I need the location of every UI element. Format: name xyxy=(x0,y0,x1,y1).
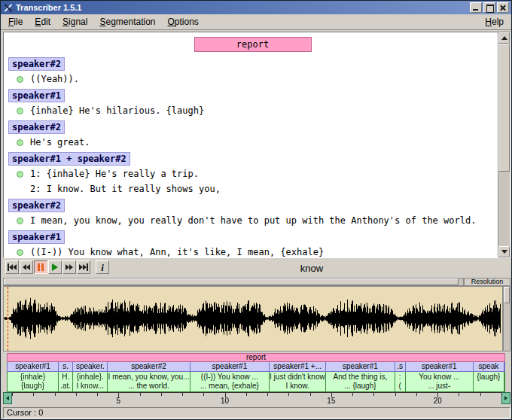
timeline-axis[interactable]: 5101520 xyxy=(12,392,501,404)
minimize-button[interactable] xyxy=(470,2,482,13)
sync-bullet-icon[interactable] xyxy=(17,171,23,178)
segment-text-line: You know ... xyxy=(406,373,473,382)
speaker-segment[interactable]: speaker#1 xyxy=(190,362,270,371)
speaker-segment-row: speaker#1s.speaker.speaker#2speaker#1spe… xyxy=(7,362,505,372)
section-report-header[interactable]: report xyxy=(194,37,312,52)
rewind-button[interactable] xyxy=(20,260,33,274)
segment-text-line: I know... xyxy=(73,382,107,391)
speaker-segment[interactable]: speaker#1 +... xyxy=(270,362,326,371)
text-segment-row: {inhale}{laugh}H..at.{inhale}.I know...I… xyxy=(7,372,505,392)
speaker-turn-label[interactable]: speaker#1 xyxy=(8,230,65,244)
sync-bullet-icon[interactable] xyxy=(17,218,23,224)
speaker-turn-label[interactable]: speaker#2 xyxy=(8,199,65,212)
sync-bullet-icon[interactable] xyxy=(17,139,23,146)
skip-end-button[interactable] xyxy=(77,260,90,274)
text-segment[interactable]: {inhale}{laugh} xyxy=(8,372,59,391)
waveform-canvas[interactable] xyxy=(4,287,501,350)
speaker-segment[interactable]: s. xyxy=(59,362,73,371)
menu-help[interactable]: Help xyxy=(479,15,510,29)
menu-edit[interactable]: Edit xyxy=(29,15,56,29)
utterance-line[interactable]: 1: {inhale} He's really a trip. xyxy=(8,166,498,181)
report-segment[interactable]: report xyxy=(8,354,504,361)
menubar: FileEditSignalSegmentationOptions Help xyxy=(1,14,511,30)
segment-text-line: {inhale}. xyxy=(73,373,107,382)
speaker-turn-label[interactable]: speaker#1 xyxy=(8,89,65,102)
waveform-hscroll-thumb[interactable] xyxy=(4,278,459,285)
scroll-down-button[interactable] xyxy=(498,246,510,257)
text-segment[interactable]: {laugh} xyxy=(474,372,504,391)
timeline-tick xyxy=(480,393,481,396)
speaker-segment[interactable]: speaker#1 xyxy=(8,362,59,371)
speaker-turn-label[interactable]: speaker#1 + speaker#2 xyxy=(8,152,130,166)
info-button[interactable]: i xyxy=(96,260,109,274)
menu-file[interactable]: File xyxy=(2,15,29,29)
sync-bullet-icon[interactable] xyxy=(17,249,23,256)
titlebar[interactable]: Transcriber 1.5.1 xyxy=(1,1,511,14)
utterance-line[interactable]: ((Yeah)). xyxy=(8,72,498,87)
skip-end-icon xyxy=(87,263,88,271)
speaker-segment[interactable]: .s xyxy=(395,362,406,371)
utterance-line[interactable]: I mean, you know, you really don't have … xyxy=(8,213,498,228)
close-button[interactable] xyxy=(497,2,509,13)
segment-text-line: ( xyxy=(395,382,405,391)
scrollbar-thumb[interactable] xyxy=(498,44,510,172)
transcript-scrollbar[interactable] xyxy=(498,32,510,257)
pause-button[interactable] xyxy=(34,260,47,274)
speaker-turn-label[interactable]: speaker#2 xyxy=(8,120,65,134)
speaker-segment[interactable]: speaker#1 xyxy=(326,362,395,371)
window-title: Transcriber 1.5.1 xyxy=(16,3,468,12)
text-segment[interactable]: You know ...... just- xyxy=(406,372,474,391)
timeline-right-button[interactable] xyxy=(501,392,510,404)
status-bar: Cursor : 0 xyxy=(3,407,510,418)
segment-text-line: {laugh} xyxy=(8,382,58,391)
resolution-label[interactable]: Resolution xyxy=(464,278,510,286)
utterance-text: 1: {inhale} He's really a trip. xyxy=(30,169,199,179)
sync-bullet-icon[interactable] xyxy=(17,76,23,83)
text-segment[interactable]: {inhale}.I know... xyxy=(73,372,108,391)
maximize-button[interactable] xyxy=(483,2,495,13)
menu-segmentation[interactable]: Segmentation xyxy=(93,15,161,29)
text-segment[interactable]: I just didn't know ...I know. xyxy=(270,372,326,391)
timeline-tick xyxy=(416,393,417,396)
skip-start-button[interactable] xyxy=(5,260,19,274)
play-button[interactable] xyxy=(48,260,62,274)
utterance-line[interactable]: He's great. xyxy=(8,135,498,150)
utterance-line[interactable]: {inhale} He's hilarious. {laugh} xyxy=(8,103,498,118)
text-segment[interactable]: And the thing is,... {laugh} xyxy=(326,372,395,391)
timeline-left-button[interactable] xyxy=(3,392,12,404)
text-segment[interactable]: ((I-)) You know ...... mean, {exhale} xyxy=(190,372,270,391)
scroll-up-button[interactable] xyxy=(498,32,510,44)
sync-bullet-icon[interactable] xyxy=(17,108,23,114)
timeline-tick xyxy=(140,393,141,396)
current-word-label: know xyxy=(114,263,510,274)
waveform-display[interactable] xyxy=(3,286,503,352)
speaker-segment[interactable]: speaker. xyxy=(73,362,108,371)
transcript-content[interactable]: report speaker#2((Yeah)).speaker#1{inhal… xyxy=(4,32,498,257)
speaker-segment[interactable]: speak xyxy=(474,362,504,371)
timeline-tick xyxy=(76,393,77,396)
segment-text-line: And the thing is, xyxy=(326,373,394,382)
speaker-segment[interactable]: speaker#2 xyxy=(108,362,190,371)
text-segment[interactable]: I mean, you know, you...... the world. xyxy=(108,372,190,391)
menu-options[interactable]: Options xyxy=(162,15,205,29)
utterance-line[interactable]: 2: I know. But it really shows you, xyxy=(8,181,498,196)
segment-text-line: I just didn't know ... xyxy=(270,373,325,382)
speaker-turn-label[interactable]: speaker#2 xyxy=(8,57,65,71)
skip-start-icon xyxy=(13,264,17,270)
forward-button[interactable] xyxy=(62,260,76,274)
utterance-line[interactable]: ((I-)) You know what, Ann, it's like, I … xyxy=(8,245,498,257)
segment-text-line: .at. xyxy=(59,382,72,391)
waveform-vscrollbar[interactable] xyxy=(503,286,510,352)
text-segment[interactable]: H..at. xyxy=(59,372,73,391)
waveform-vscroll-thumb[interactable] xyxy=(504,287,510,303)
speaker-segment[interactable]: speaker#1 xyxy=(406,362,474,371)
segment-text-line: : xyxy=(395,373,405,382)
timeline-tick xyxy=(246,393,247,396)
waveform-panel: Resolution xyxy=(3,278,510,352)
timeline-tick xyxy=(203,393,204,396)
timeline-tick xyxy=(267,393,268,396)
timeline-tick-label: 15 xyxy=(327,397,335,405)
waveform-hscrollbar[interactable] xyxy=(3,278,464,286)
text-segment[interactable]: :( xyxy=(395,372,406,391)
menu-signal[interactable]: Signal xyxy=(56,15,93,29)
